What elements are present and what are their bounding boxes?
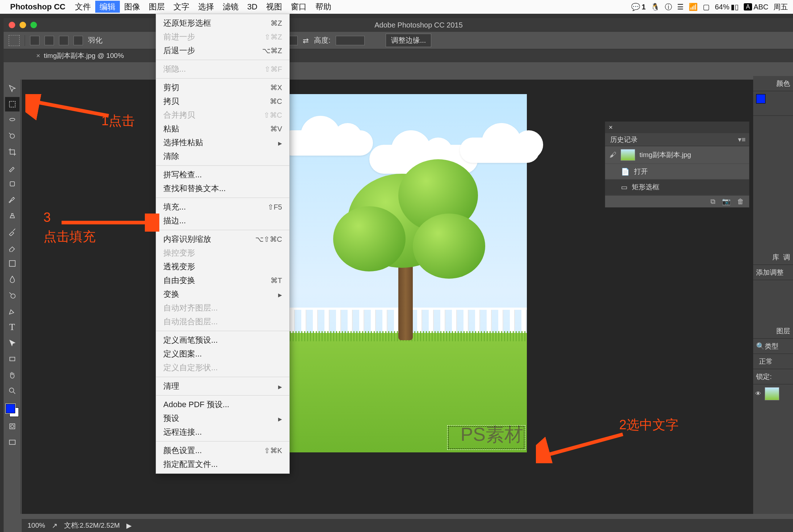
wifi-icon[interactable]: 📶: [689, 3, 698, 11]
menu-item[interactable]: 定义图案...: [156, 347, 289, 361]
menu-编辑[interactable]: 编辑: [95, 1, 120, 13]
menu-item[interactable]: 清理: [156, 379, 289, 393]
document-info[interactable]: 文档:2.52M/2.52M: [64, 521, 120, 530]
menu-item[interactable]: 自由变换⌘T: [156, 274, 289, 287]
layers-panel-tab[interactable]: 图层: [753, 324, 793, 339]
visibility-toggle-icon[interactable]: 👁: [755, 390, 761, 397]
menu-文字[interactable]: 文字: [169, 1, 194, 13]
layer-thumbnail[interactable]: [765, 387, 779, 400]
menu-item[interactable]: Adobe PDF 预设...: [156, 398, 289, 411]
color-swatch-icon[interactable]: [756, 94, 765, 104]
zoom-level[interactable]: 100%: [28, 522, 45, 529]
rectangular-marquee-tool[interactable]: [5, 97, 20, 111]
history-panel-tab[interactable]: 历史记录: [605, 135, 643, 144]
menu-帮助[interactable]: 帮助: [311, 1, 336, 13]
create-snapshot-icon[interactable]: 📷: [722, 197, 731, 206]
spot-healing-tool[interactable]: [5, 177, 20, 191]
info-icon[interactable]: ⓘ: [665, 2, 672, 12]
panel-menu-icon[interactable]: ▾≡: [738, 135, 749, 144]
eyedropper-tool[interactable]: [5, 161, 20, 175]
history-brush-tool[interactable]: [5, 224, 20, 239]
libraries-panel-tab[interactable]: 库: [772, 253, 779, 262]
marquee-selection[interactable]: [448, 426, 524, 449]
move-tool[interactable]: [5, 81, 20, 96]
zoom-tool[interactable]: [5, 384, 20, 398]
new-selection-icon[interactable]: [30, 36, 39, 45]
history-brush-source-icon[interactable]: 🖌: [609, 151, 616, 159]
menu-item[interactable]: 还原矩形选框⌘Z: [156, 16, 289, 30]
close-tab-icon[interactable]: ×: [36, 52, 40, 60]
document-tab[interactable]: × timg副本副本.jpg @ 100%: [36, 51, 124, 60]
crop-tool[interactable]: [5, 145, 20, 159]
menu-item[interactable]: 剪切⌘X: [156, 81, 289, 94]
delete-state-icon[interactable]: 🗑: [737, 198, 744, 206]
type-tool[interactable]: T: [5, 320, 20, 334]
menu-item[interactable]: 内容识别缩放⌥⇧⌘C: [156, 232, 289, 246]
zoom-window-button[interactable]: [30, 22, 37, 28]
export-icon[interactable]: ↗: [52, 522, 58, 530]
menu-滤镜[interactable]: 滤镜: [218, 1, 243, 13]
history-snapshot-row[interactable]: 🖌 timg副本副本.jpg: [605, 146, 749, 164]
menu-item[interactable]: 清除: [156, 149, 289, 163]
rectangle-tool[interactable]: [5, 352, 20, 366]
menu-item[interactable]: 后退一步⌥⌘Z: [156, 44, 289, 58]
dnd-icon[interactable]: ☰: [677, 3, 684, 11]
layer-filter-kind[interactable]: 类型: [765, 342, 779, 351]
clock-day[interactable]: 周五: [773, 2, 788, 12]
color-swatches[interactable]: [5, 403, 20, 418]
swap-wh-icon[interactable]: ⇄: [303, 36, 309, 45]
hand-tool[interactable]: [5, 368, 20, 382]
document-canvas[interactable]: PS素材: [290, 94, 527, 452]
intersect-selection-icon[interactable]: [74, 36, 83, 45]
menu-item[interactable]: 远程连接...: [156, 425, 289, 439]
quick-mask-toggle[interactable]: [5, 419, 20, 434]
menu-item[interactable]: 选择性粘贴: [156, 136, 289, 149]
menu-选择[interactable]: 选择: [194, 1, 218, 13]
quick-selection-tool[interactable]: [5, 129, 20, 143]
add-selection-icon[interactable]: [45, 36, 54, 45]
gradient-tool[interactable]: [5, 256, 20, 271]
menu-item[interactable]: 填充...⇧F5: [156, 200, 289, 214]
eraser-tool[interactable]: [5, 240, 20, 255]
menu-item[interactable]: 指定配置文件...: [156, 457, 289, 471]
display-icon[interactable]: ▢: [703, 3, 710, 11]
subtract-selection-icon[interactable]: [59, 36, 68, 45]
menu-item[interactable]: 描边...: [156, 214, 289, 228]
screen-mode-toggle[interactable]: [5, 435, 20, 449]
dodge-tool[interactable]: [5, 288, 20, 303]
pen-tool[interactable]: [5, 304, 20, 318]
menu-文件[interactable]: 文件: [71, 1, 95, 13]
menu-视图[interactable]: 视图: [262, 1, 286, 13]
height-input[interactable]: [336, 36, 365, 45]
battery-status[interactable]: 64% ▮▯: [715, 3, 739, 11]
history-panel-close-icon[interactable]: ×: [609, 123, 613, 131]
menu-3D[interactable]: 3D: [243, 1, 262, 13]
menu-图像[interactable]: 图像: [120, 1, 144, 13]
menu-item[interactable]: 变换: [156, 287, 289, 301]
menu-item[interactable]: 定义画笔预设...: [156, 333, 289, 347]
minimize-window-button[interactable]: [20, 22, 26, 28]
app-name[interactable]: Photoshop CC: [10, 2, 66, 12]
clone-stamp-tool[interactable]: [5, 208, 20, 223]
color-panel-tab[interactable]: 颜色: [753, 76, 793, 91]
close-window-button[interactable]: [9, 22, 15, 28]
menu-item[interactable]: 拷贝⌘C: [156, 94, 289, 108]
wechat-status-icon[interactable]: 💬 1: [631, 3, 646, 11]
blend-mode-select[interactable]: 正常: [756, 356, 780, 367]
refine-edge-button[interactable]: 调整边缘...: [386, 34, 432, 47]
qq-status-icon[interactable]: 🐧: [651, 3, 660, 11]
adjustments-panel-tab[interactable]: 调: [783, 253, 790, 262]
foreground-color-swatch[interactable]: [6, 404, 15, 413]
input-method[interactable]: A ABC: [744, 3, 768, 11]
menu-图层[interactable]: 图层: [144, 1, 169, 13]
blur-tool[interactable]: [5, 272, 20, 287]
menu-item[interactable]: 透视变形: [156, 260, 289, 274]
menu-item[interactable]: 预设: [156, 411, 289, 425]
menu-item[interactable]: 颜色设置...⇧⌘K: [156, 444, 289, 457]
create-document-from-state-icon[interactable]: ⧉: [710, 198, 716, 206]
menu-item[interactable]: 拼写检查...: [156, 168, 289, 182]
lasso-tool[interactable]: [5, 113, 20, 127]
history-step-row[interactable]: ▭ 矩形选框: [605, 180, 749, 195]
menu-item[interactable]: 粘贴⌘V: [156, 122, 289, 136]
path-selection-tool[interactable]: [5, 336, 20, 350]
